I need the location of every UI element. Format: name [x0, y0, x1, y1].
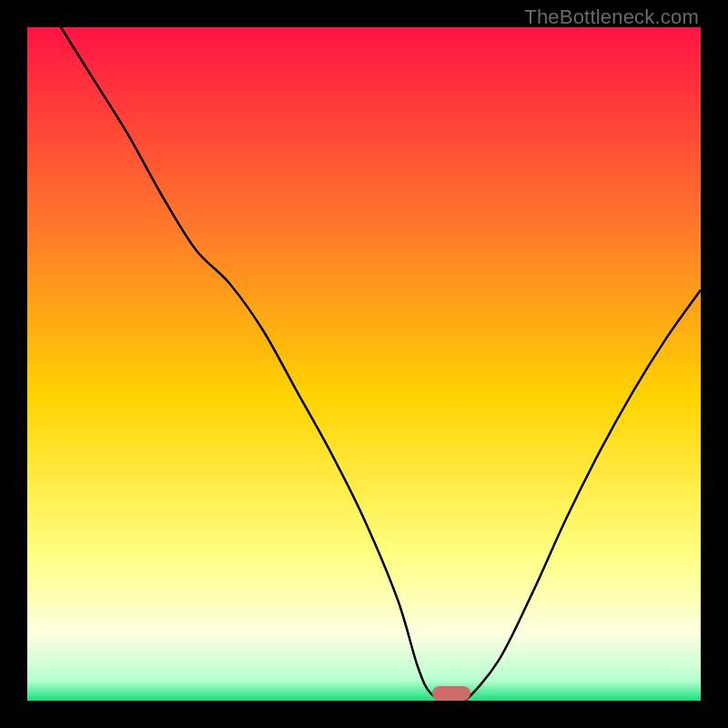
bottleneck-curve: [27, 27, 701, 701]
optimum-marker: [432, 686, 470, 701]
chart-frame: TheBottleneck.com: [0, 0, 728, 728]
watermark-text: TheBottleneck.com: [524, 5, 699, 29]
plot-area: [27, 27, 701, 701]
curve-path: [61, 27, 701, 701]
